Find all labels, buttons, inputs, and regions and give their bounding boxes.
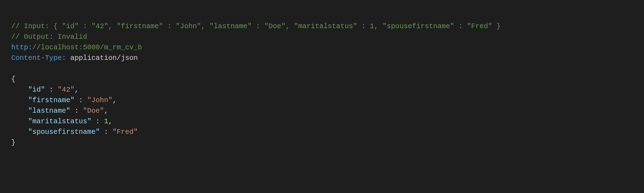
close-brace: }: [11, 138, 15, 147]
json-key: "id": [28, 86, 45, 94]
json-key: "lastname": [28, 107, 70, 115]
json-entry-line: "firstname" : "John",: [11, 95, 633, 106]
json-comma: ,: [108, 117, 112, 125]
url-scheme: http:: [11, 43, 32, 51]
json-value: "Fred": [112, 128, 138, 136]
json-key: "firstname": [28, 96, 75, 104]
json-comma: ,: [104, 107, 108, 115]
json-open-brace-line: {: [11, 74, 633, 85]
json-value: "42": [58, 86, 75, 94]
json-separator: :: [91, 117, 104, 125]
json-key: "maritalstatus": [28, 117, 91, 125]
json-comma: ,: [75, 86, 79, 94]
comment-output: // Output: Invalid: [11, 33, 87, 41]
json-comma: ,: [112, 96, 117, 104]
json-entry-line: "spousefirstname" : "Fred": [11, 127, 633, 137]
indent: [11, 96, 28, 104]
header-name: Content-Type:: [11, 54, 66, 62]
json-key: "spousefirstname": [28, 128, 100, 136]
request-url-line: http://localhost:5000/m_rm_cv_b: [11, 42, 633, 53]
code-block[interactable]: // Input: { "id" : "42", "firstname" : "…: [0, 0, 644, 193]
json-separator: :: [70, 107, 83, 115]
comment-output-line: // Output: Invalid: [11, 32, 633, 42]
json-entry-line: "id" : "42",: [11, 85, 633, 95]
json-entry-line: "maritalstatus" : 1,: [11, 116, 633, 127]
json-close-brace-line: }: [11, 137, 633, 148]
comment-input: // Input: { "id" : "42", "firstname" : "…: [11, 22, 501, 30]
indent: [11, 117, 28, 125]
blank-line: [11, 63, 633, 74]
json-value: "John": [87, 96, 112, 104]
json-entry-line: "lastname" : "Doe",: [11, 106, 633, 116]
indent: [11, 86, 28, 94]
comment-input-line: // Input: { "id" : "42", "firstname" : "…: [11, 21, 633, 32]
indent: [11, 107, 28, 115]
header-value: application/json: [66, 54, 138, 62]
open-brace: {: [11, 75, 15, 83]
url-rest: //localhost:5000/m_rm_cv_b: [32, 43, 142, 51]
request-header-line: Content-Type: application/json: [11, 53, 633, 63]
json-value: 1: [104, 117, 108, 125]
json-entries: "id" : "42", "firstname" : "John", "last…: [11, 85, 633, 137]
json-separator: :: [45, 86, 58, 94]
json-separator: :: [75, 96, 87, 104]
indent: [11, 128, 28, 136]
json-separator: :: [100, 128, 112, 136]
json-value: "Doe": [83, 107, 104, 115]
